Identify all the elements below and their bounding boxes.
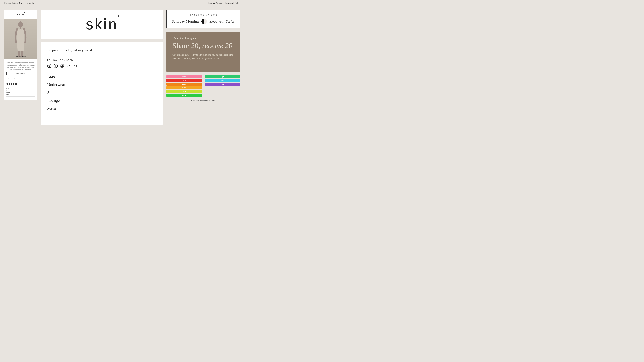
big-logo: skin xyxy=(86,17,118,32)
mobile-body-section: Lorem ipsum dolor sit amet, consectetur … xyxy=(4,59,37,99)
mobile-follow-label: FOLLOW US ON SOCIAL xyxy=(6,81,35,82)
dress-story-text: A Dress Story xyxy=(16,55,26,57)
padding-bar-70px: 70px xyxy=(204,83,240,86)
right-bars: 50px60px70px xyxy=(204,75,240,86)
padding-bar-15px: 15px xyxy=(166,75,202,78)
nav-sleep[interactable]: Sleep xyxy=(47,89,156,96)
logo-dot xyxy=(24,12,25,13)
padding-bar-33px: 33px xyxy=(166,90,202,93)
half-circle-icon xyxy=(202,19,207,24)
introducing-name: Saturday Morning xyxy=(172,19,199,24)
logo-card: skin xyxy=(40,10,163,38)
mobile-youtube-icon[interactable] xyxy=(15,83,18,85)
introducing-series: Sleepwear Series xyxy=(210,19,235,24)
dress-story-caption: A Dress Story xyxy=(4,55,37,58)
referral-body: Gift a friend 20% — Invite a friend usin… xyxy=(172,53,234,61)
app-title: Design Guide: Brand elements xyxy=(4,2,34,4)
nav-underwear[interactable]: Underwear xyxy=(47,81,156,89)
mobile-lorem-text: Lorem ipsum dolor sit amet, consectetur … xyxy=(6,61,35,70)
mobile-divider xyxy=(6,80,35,80)
mobile-instagram-icon[interactable] xyxy=(6,83,8,85)
referral-the: The xyxy=(172,37,176,40)
padding-section: 15px18px20px27px33px35px 50px60px70px Ho… xyxy=(166,75,240,101)
instagram-icon[interactable] xyxy=(47,64,51,68)
nav-bras[interactable]: Bras xyxy=(47,73,156,81)
content-card: Prepare to feel great in your skin. FOLL… xyxy=(40,42,163,124)
svg-rect-1 xyxy=(20,27,22,29)
mobile-tagline: Prepare to feel great in your skin. xyxy=(6,77,35,79)
referral-subtitle: The Referral Program xyxy=(172,37,234,40)
mobile-pinterest-icon[interactable] xyxy=(11,83,12,85)
tagline-text: Prepare to feel great in your skin. xyxy=(47,48,156,52)
introducing-card: INTRODUCING OUR Saturday Morning Sleepwe… xyxy=(166,10,240,28)
big-logo-dot xyxy=(118,15,119,17)
tiktok-icon[interactable] xyxy=(66,64,70,68)
mobile-nav-lounge[interactable]: Lounge xyxy=(6,92,35,93)
mobile-logo: skin xyxy=(7,13,34,16)
right-column: INTRODUCING OUR Saturday Morning Sleepwe… xyxy=(166,10,240,124)
follow-label: FOLLOW US ON SOCIAL xyxy=(47,59,156,61)
svg-marker-10 xyxy=(74,65,76,66)
padding-bar-50px: 50px xyxy=(204,75,240,78)
mobile-nav-mens[interactable]: Mens xyxy=(6,93,35,95)
padding-bar-20px: 20px xyxy=(166,83,202,86)
padding-bar-60px: 60px xyxy=(204,79,240,82)
mobile-image-section: A Dress Story xyxy=(4,19,37,59)
svg-point-0 xyxy=(18,21,23,27)
mobile-nav-list: Bras Underwear Sleep Lounge Mens xyxy=(6,86,35,95)
introducing-label: INTRODUCING OUR xyxy=(172,14,235,16)
mobile-nav-bras[interactable]: Bras xyxy=(6,86,35,88)
section-title: Graphic Assets + Spacing | Rules xyxy=(208,2,240,4)
social-icons-row xyxy=(47,64,156,68)
nav-lounge[interactable]: Lounge xyxy=(47,96,156,104)
big-logo-wrapper: skin xyxy=(86,17,118,32)
referral-title-italic: receive 20 xyxy=(202,41,232,50)
svg-rect-4 xyxy=(48,64,51,67)
big-logo-text: skin xyxy=(86,16,118,33)
svg-point-6 xyxy=(50,65,50,65)
youtube-icon[interactable] xyxy=(73,64,77,68)
center-column: skin Prepare to feel great in your skin.… xyxy=(40,10,163,124)
mobile-logo-text: skin xyxy=(17,13,24,16)
mobile-facebook-icon[interactable] xyxy=(8,83,10,85)
mobile-logo-section: skin xyxy=(4,10,37,19)
left-column: skin xyxy=(4,10,37,124)
left-bars: 15px18px20px27px33px35px xyxy=(166,75,202,97)
referral-title: Share 20, receive 20 xyxy=(172,42,234,50)
mobile-social-icons xyxy=(6,83,35,85)
model-silhouette-svg xyxy=(14,21,27,58)
model-figure xyxy=(4,19,37,59)
facebook-icon[interactable] xyxy=(54,64,58,68)
padding-bar-18px: 18px xyxy=(166,79,202,82)
padding-bar-35px: 35px xyxy=(166,94,202,97)
mobile-nav-sleep[interactable]: Sleep xyxy=(6,90,35,92)
padding-label: Horizontal Padding Color Key xyxy=(166,99,240,101)
pinterest-icon[interactable] xyxy=(60,64,64,68)
mobile-mockup: skin xyxy=(4,10,37,99)
padding-bar-27px: 27px xyxy=(166,86,202,89)
content-divider-bottom xyxy=(47,115,156,115)
referral-link[interactable]: this link xyxy=(212,54,220,56)
top-bar: Design Guide: Brand elements Graphic Ass… xyxy=(0,0,244,6)
mobile-tiktok-icon[interactable] xyxy=(13,83,14,85)
svg-point-5 xyxy=(49,65,50,66)
referral-card: The Referral Program Share 20, receive 2… xyxy=(166,32,240,72)
padding-charts-row: 15px18px20px27px33px35px 50px60px70px xyxy=(166,75,240,97)
nav-list: Bras Underwear Sleep Lounge Mens xyxy=(47,73,156,112)
introducing-row: Saturday Morning Sleepwear Series xyxy=(172,19,235,24)
mobile-nav-underwear[interactable]: Underwear xyxy=(6,88,35,90)
referral-program-text: Referral Program xyxy=(177,37,196,40)
main-content: skin xyxy=(0,6,244,129)
dress-story-italic: Story xyxy=(22,55,26,57)
mobile-shop-button[interactable]: SHOP NOW xyxy=(6,72,35,75)
nav-mens[interactable]: Mens xyxy=(47,104,156,112)
